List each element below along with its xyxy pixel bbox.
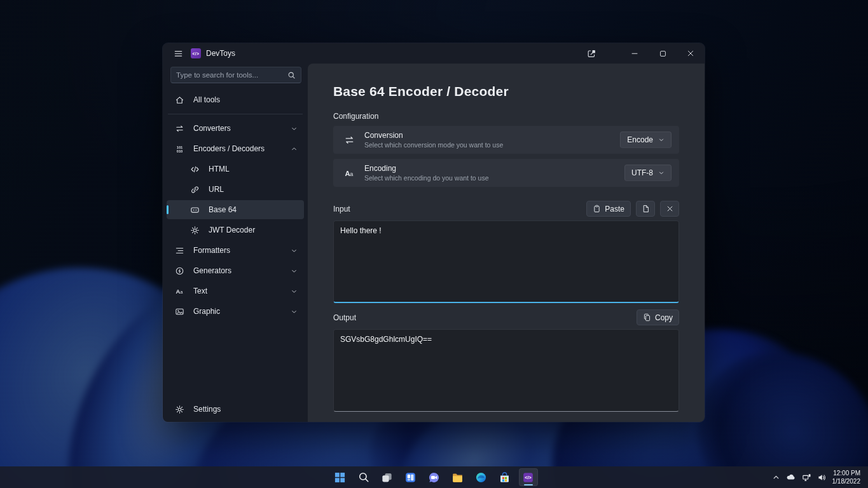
sidebar-item-all-tools[interactable]: All tools [167, 90, 304, 109]
devtoys-icon: </> [522, 471, 534, 484]
link-icon [189, 184, 200, 194]
image-icon [174, 306, 184, 316]
search-icon [287, 71, 296, 79]
task-view-button[interactable] [378, 468, 397, 486]
input-textarea[interactable]: Hello there ! [333, 220, 679, 303]
setting-title: Encoding [364, 164, 489, 173]
taskbar: </> 12:00 PM 1/18/2022 [0, 466, 868, 488]
code-icon [189, 164, 200, 174]
open-file-button[interactable] [636, 201, 655, 217]
paste-button[interactable]: Paste [586, 201, 631, 217]
file-explorer-button[interactable] [448, 468, 467, 486]
configuration-label: Configuration [333, 112, 679, 121]
setting-description: Select which conversion mode you want to… [364, 141, 503, 149]
close-button[interactable] [677, 44, 705, 63]
home-icon [174, 95, 184, 105]
chat-button[interactable] [425, 468, 444, 486]
system-tray: 12:00 PM 1/18/2022 [772, 469, 868, 485]
generator-icon [174, 266, 184, 276]
sidebar-item-label: Converters [193, 124, 231, 133]
conversion-mode-value: Encode [627, 135, 653, 144]
sidebar-item-encoders-decoders[interactable]: 101010 Encoders / Decoders [167, 139, 304, 158]
hamburger-menu-button[interactable] [169, 45, 187, 62]
sidebar-nav: All tools Converters 101010 [163, 90, 308, 419]
base64-icon [189, 205, 200, 215]
clear-input-button[interactable] [660, 201, 679, 217]
tray-time: 12:00 PM [832, 469, 861, 477]
chevron-down-icon [658, 137, 665, 143]
search-icon [358, 471, 369, 483]
text-icon: Aa [174, 286, 184, 296]
sidebar-item-label: URL [209, 185, 224, 194]
sidebar-item-settings[interactable]: Settings [167, 400, 304, 419]
compact-overlay-button[interactable] [577, 44, 605, 63]
volume-icon[interactable] [817, 473, 827, 482]
sidebar-item-formatters[interactable]: Formatters [167, 241, 304, 260]
format-lines-icon [174, 245, 184, 255]
output-label: Output [333, 313, 356, 322]
output-header: Output Copy [333, 309, 679, 325]
input-label: Input [333, 205, 350, 214]
conversion-mode-dropdown[interactable]: Encode [620, 132, 672, 148]
taskbar-clock[interactable]: 12:00 PM 1/18/2022 [832, 469, 861, 485]
setting-title: Conversion [364, 131, 503, 140]
sidebar: All tools Converters 101010 [163, 64, 308, 422]
devtoys-logo-icon: </> [191, 48, 201, 58]
encoding-dropdown[interactable]: UTF-8 [624, 165, 672, 181]
settings-gear-icon [174, 404, 184, 414]
sidebar-item-url[interactable]: URL [167, 180, 304, 199]
widgets-icon [404, 471, 417, 484]
sidebar-item-generators[interactable]: Generators [167, 261, 304, 280]
encoding-setting-card: Aa Encoding Select which encoding do you… [333, 159, 679, 187]
minimize-icon [630, 49, 639, 58]
output-textarea[interactable]: SGVsbG8gdGhlcmUgIQ== [333, 329, 679, 412]
search-input[interactable] [176, 71, 287, 79]
onedrive-cloud-icon[interactable] [786, 472, 796, 482]
edge-button[interactable] [472, 468, 491, 486]
copy-icon [643, 313, 651, 322]
sidebar-item-label: All tools [193, 95, 220, 104]
tool-search-box[interactable] [170, 67, 301, 83]
store-button[interactable] [495, 468, 514, 486]
devtoys-window: </> DevToys [163, 43, 705, 422]
sidebar-item-html[interactable]: HTML [167, 159, 304, 179]
maximize-button[interactable] [649, 44, 677, 63]
copy-button[interactable]: Copy [637, 309, 679, 325]
sidebar-item-base64[interactable]: Base 64 [167, 200, 304, 219]
minimize-button[interactable] [621, 44, 649, 63]
start-button[interactable] [331, 468, 350, 486]
chevron-down-icon [291, 247, 298, 254]
selection-indicator [167, 205, 169, 214]
converter-icon [174, 123, 184, 133]
clipboard-icon [593, 205, 601, 213]
network-icon[interactable] [802, 473, 811, 482]
sidebar-item-jwt-decoder[interactable]: JWT Decoder [167, 220, 304, 240]
svg-text:a: a [180, 289, 183, 295]
chat-icon [428, 471, 440, 484]
copy-button-label: Copy [655, 313, 673, 322]
app-title: DevToys [206, 49, 235, 58]
sidebar-item-label: Settings [193, 405, 221, 414]
chevron-down-icon [291, 288, 298, 295]
sidebar-item-text[interactable]: Aa Text [167, 281, 304, 301]
file-icon [642, 205, 650, 213]
sidebar-item-label: Text [193, 287, 207, 295]
taskbar-search-button[interactable] [354, 468, 373, 486]
devtoys-taskbar-button[interactable]: </> [519, 468, 538, 486]
sidebar-item-label: Graphic [193, 307, 220, 316]
chevron-up-icon [291, 146, 298, 152]
svg-text:a: a [350, 170, 354, 177]
task-view-icon [381, 471, 393, 484]
sidebar-item-converters[interactable]: Converters [167, 119, 304, 138]
swap-arrows-icon [338, 135, 360, 146]
file-explorer-icon [451, 471, 464, 484]
chevron-down-icon [291, 308, 298, 315]
widgets-button[interactable] [401, 468, 420, 486]
paste-button-label: Paste [605, 205, 624, 214]
encoding-aa-icon: Aa [338, 168, 360, 179]
tray-date: 1/18/2022 [832, 477, 861, 485]
sidebar-item-label: Generators [193, 266, 231, 275]
tray-chevron-up-icon[interactable] [772, 473, 780, 482]
sidebar-item-label: Base 64 [209, 205, 237, 214]
sidebar-item-graphic[interactable]: Graphic [167, 302, 304, 321]
